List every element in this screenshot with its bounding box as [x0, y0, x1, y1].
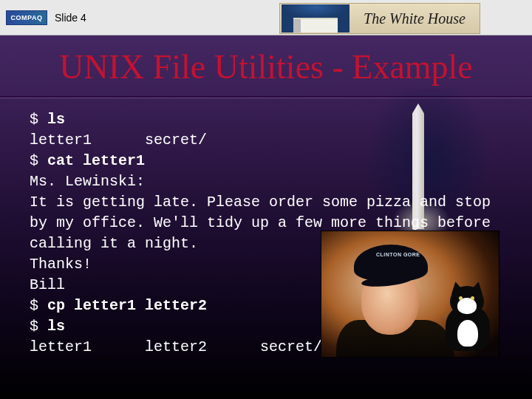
cat-icon: [440, 280, 493, 351]
terminal-text: $: [30, 297, 47, 314]
terminal-text: $: [30, 111, 47, 128]
slide-number-label: Slide 4: [55, 12, 86, 24]
cap-text: CLINTON GORE: [376, 252, 420, 257]
terminal-text: $: [30, 152, 47, 169]
terminal-text: It is getting late. Please order some pi…: [30, 194, 491, 211]
terminal-text: letter1 letter2 secret/: [30, 338, 322, 355]
terminal-command: ls: [47, 318, 65, 335]
title-divider: [0, 96, 532, 98]
clinton-socks-photo: CLINTON GORE: [321, 231, 499, 358]
terminal-text: $: [30, 318, 47, 335]
terminal-text: Bill: [30, 276, 65, 293]
white-house-banner-text: The White House: [349, 10, 480, 27]
terminal-command: cp letter1 letter2: [47, 297, 207, 314]
terminal-text: Thanks!: [30, 256, 92, 273]
white-house-banner: The White House: [279, 3, 480, 34]
white-house-icon: [282, 4, 349, 33]
company-logo: COMPAQ: [6, 10, 47, 25]
terminal-text: Ms. Lewinski:: [30, 173, 145, 190]
top-bar: COMPAQ Slide 4 The White House: [0, 0, 532, 35]
slide: COMPAQ Slide 4 The White House UNIX File…: [0, 0, 532, 399]
terminal-command: cat letter1: [47, 152, 145, 169]
terminal-text: calling it a night.: [30, 235, 198, 252]
terminal-text: by my office. We'll tidy up a few more t…: [30, 214, 491, 231]
terminal-command: ls: [47, 111, 65, 128]
terminal-text: letter1 secret/: [30, 132, 207, 149]
slide-title: UNIX File Utilities - Example: [0, 47, 532, 86]
